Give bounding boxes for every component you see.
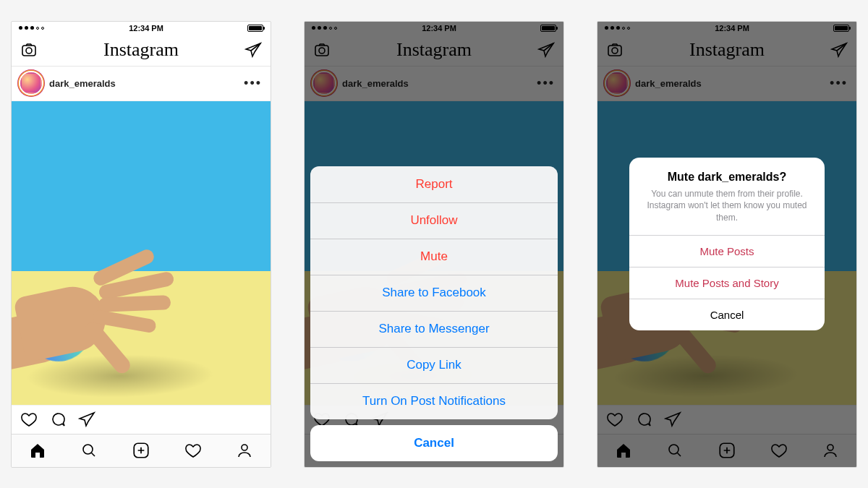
- signal-indicator: [19, 26, 45, 30]
- add-post-icon[interactable]: [132, 441, 150, 460]
- action-sheet-overlay[interactable]: Report Unfollow Mute Share to Facebook S…: [305, 22, 563, 467]
- svg-point-1: [26, 48, 32, 53]
- mute-dialog-message: You can unmute them from their profile. …: [641, 188, 813, 223]
- screen-mute-dialog: 12:34 PM Instagram dark_emeralds •••: [597, 21, 857, 468]
- action-share-messenger[interactable]: Share to Messenger: [310, 311, 558, 347]
- svg-rect-0: [22, 46, 35, 56]
- more-options-icon[interactable]: •••: [244, 76, 262, 91]
- mute-dialog-title: Mute dark_emeralds?: [641, 171, 813, 184]
- activity-icon[interactable]: [184, 442, 202, 459]
- action-share-facebook[interactable]: Share to Facebook: [310, 275, 558, 311]
- mute-dialog-overlay[interactable]: Mute dark_emeralds? You can unmute them …: [597, 22, 856, 467]
- mute-cancel-button[interactable]: Cancel: [629, 299, 825, 330]
- action-post-notifications[interactable]: Turn On Post Notifications: [310, 383, 558, 419]
- comment-icon[interactable]: [49, 411, 67, 428]
- battery-indicator: [247, 25, 263, 32]
- app-header: Instagram: [12, 35, 271, 67]
- action-mute[interactable]: Mute: [310, 239, 558, 275]
- direct-message-icon[interactable]: [244, 41, 262, 59]
- mute-dialog: Mute dark_emeralds? You can unmute them …: [629, 158, 825, 330]
- share-icon[interactable]: [78, 411, 95, 428]
- post-username[interactable]: dark_emeralds: [49, 78, 116, 89]
- screen-feed: 12:34 PM Instagram dark_emeralds •••: [11, 21, 271, 468]
- status-time: 12:34 PM: [129, 24, 163, 33]
- status-bar: 12:34 PM: [12, 22, 271, 35]
- post-image[interactable]: [12, 101, 271, 405]
- search-icon[interactable]: [80, 442, 98, 459]
- svg-point-2: [83, 445, 93, 454]
- tab-bar: [12, 434, 271, 467]
- heart-icon[interactable]: [20, 411, 38, 428]
- home-icon[interactable]: [29, 442, 46, 459]
- action-sheet: Report Unfollow Mute Share to Facebook S…: [310, 166, 558, 419]
- action-copy-link[interactable]: Copy Link: [310, 347, 558, 383]
- profile-icon[interactable]: [236, 442, 253, 459]
- post-header: dark_emeralds •••: [12, 67, 271, 101]
- screen-action-sheet: 12:34 PM Instagram dark_emeralds •••: [304, 21, 564, 468]
- action-cancel[interactable]: Cancel: [310, 425, 558, 461]
- action-report[interactable]: Report: [310, 166, 558, 202]
- app-logo: Instagram: [103, 39, 179, 61]
- post-action-bar: [12, 405, 271, 434]
- mute-posts-story-button[interactable]: Mute Posts and Story: [629, 267, 825, 299]
- action-unfollow[interactable]: Unfollow: [310, 202, 558, 239]
- camera-icon[interactable]: [20, 41, 38, 59]
- mute-posts-button[interactable]: Mute Posts: [629, 235, 825, 267]
- svg-point-4: [242, 445, 247, 450]
- avatar[interactable]: [20, 72, 42, 94]
